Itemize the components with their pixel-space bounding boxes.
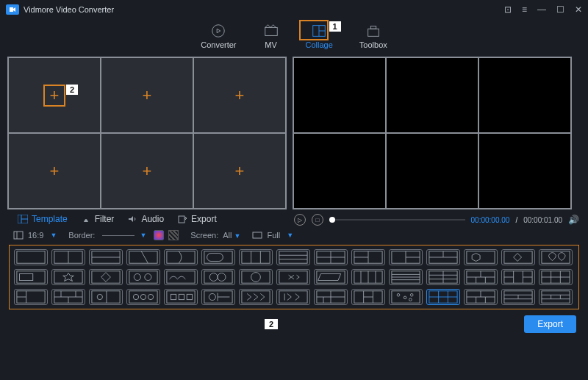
svg-point-108 [209,293,215,300]
export-button[interactable]: Export [524,315,576,333]
border-style-select[interactable]: ▼ [99,230,149,240]
svg-rect-55 [204,271,232,283]
svg-rect-96 [92,291,120,303]
template-thumb[interactable] [89,289,123,305]
collage-cell[interactable]: + 2 [8,57,101,133]
collage-cell[interactable]: + [101,133,193,209]
template-thumb[interactable] [51,289,85,305]
template-thumb[interactable] [126,289,160,305]
template-thumb[interactable] [351,269,385,285]
nav-mv[interactable]: MV [263,24,279,49]
nav-toolbox[interactable]: Toolbox [359,24,387,49]
screen-select[interactable]: All▼ [223,231,240,240]
template-thumb[interactable] [276,249,310,265]
svg-point-100 [133,294,138,299]
template-thumb[interactable] [426,289,460,305]
collage-cell[interactable]: + [193,133,286,209]
svg-rect-7 [370,26,376,29]
feedback-icon[interactable]: ⊡ [504,4,512,15]
export-icon [177,215,187,223]
template-thumb[interactable] [351,249,385,265]
template-thumb[interactable] [389,269,423,285]
template-thumb[interactable] [51,249,85,265]
app-logo [6,4,19,15]
svg-line-21 [141,251,148,263]
template-thumb[interactable] [539,269,573,285]
collage-cell[interactable]: + [193,57,286,133]
mv-icon [263,24,279,38]
tab-export[interactable]: Export [177,214,217,224]
template-thumb[interactable] [314,269,348,285]
close-icon[interactable]: ✕ [575,4,582,15]
minimize-icon[interactable]: — [537,4,546,15]
menu-icon[interactable]: ≡ [522,4,527,15]
svg-rect-139 [542,291,570,303]
template-thumb[interactable] [239,289,273,305]
template-thumb[interactable] [426,249,460,265]
svg-rect-106 [187,294,192,299]
template-thumb[interactable] [351,289,385,305]
template-thumb[interactable] [501,269,535,285]
template-thumb[interactable] [539,289,573,305]
preview-panel [293,57,572,209]
toolbox-icon [365,24,381,38]
nav-collage[interactable]: Collage 1 [306,24,333,49]
template-thumb[interactable] [501,249,535,265]
plus-icon: + [50,86,60,105]
aspect-ratio-select[interactable]: 16:9▼ [13,231,57,240]
template-thumb[interactable] [464,249,498,265]
seek-bar[interactable] [329,219,465,221]
template-thumb[interactable] [239,269,273,285]
screen-label: Screen: [190,231,218,240]
border-color-picker[interactable] [154,230,164,240]
template-thumb[interactable] [126,249,160,265]
template-thumb[interactable] [426,269,460,285]
play-button[interactable]: ▷ [294,214,306,226]
svg-rect-0 [10,7,13,12]
svg-rect-14 [253,232,262,238]
maximize-icon[interactable]: ☐ [556,4,564,15]
volume-icon[interactable]: 🔊 [568,215,579,225]
template-thumb[interactable] [14,289,48,305]
template-thumb[interactable] [239,249,273,265]
template-thumb[interactable] [14,269,48,285]
template-thumb[interactable] [164,289,198,305]
template-thumb[interactable] [276,269,310,285]
template-thumb[interactable] [201,289,235,305]
border-pattern-picker[interactable] [168,230,179,240]
template-thumb[interactable] [314,249,348,265]
template-thumb[interactable] [201,249,235,265]
svg-rect-104 [171,294,176,299]
collage-cell[interactable]: + [101,57,193,133]
template-thumb[interactable] [276,289,310,305]
nav-converter[interactable]: Converter [201,24,236,49]
template-thumb[interactable] [464,269,498,285]
template-thumb[interactable] [201,269,235,285]
template-thumb[interactable] [314,289,348,305]
template-thumb[interactable] [126,269,160,285]
template-thumb[interactable] [164,249,198,265]
template-thumb[interactable] [51,269,85,285]
stop-button[interactable]: □ [312,214,323,226]
template-thumb[interactable] [389,289,423,305]
svg-rect-112 [279,291,307,303]
template-thumb[interactable] [89,269,123,285]
template-thumb[interactable] [14,249,48,265]
svg-rect-47 [17,271,45,283]
view-mode-select[interactable]: Full▼ [252,231,293,240]
tab-filter[interactable]: Filter [81,214,115,224]
border-label: Border: [68,231,95,240]
template-thumb[interactable] [389,249,423,265]
tab-audio[interactable]: Audio [127,214,164,224]
svg-rect-60 [279,271,307,283]
template-thumb[interactable] [539,249,573,265]
template-thumb[interactable] [501,289,535,305]
svg-rect-2 [265,27,277,35]
template-thumb[interactable] [164,269,198,285]
template-thumb[interactable] [464,289,498,305]
time-duration: 00:00:01.00 [523,216,562,224]
svg-point-59 [251,273,261,282]
collage-cell[interactable]: + [8,133,101,209]
tab-template[interactable]: Template [18,214,68,224]
template-thumb[interactable] [89,249,123,265]
